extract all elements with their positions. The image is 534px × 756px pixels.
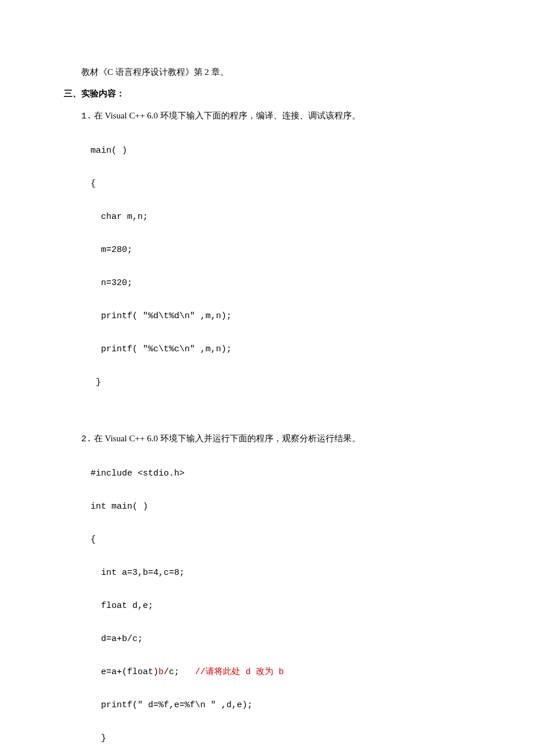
code-line: printf( "%d\t%d\n" ,m,n); [91, 308, 470, 325]
code-line: printf( "%c\t%c\n" ,m,n); [91, 341, 470, 358]
code-highlight: b [158, 667, 164, 677]
code-block-1: main( ) { char m,n; m=280; n=320; printf… [91, 127, 470, 424]
code-line: char m,n; [91, 209, 470, 226]
exercise-item-2: 2. 在 Visual C++ 6.0 环境下输入并运行下面的程序，观察分析运行… [81, 430, 470, 448]
section-heading: 三、实验内容： [64, 85, 470, 102]
code-comment: //请将此处 d 改为 b [195, 667, 284, 677]
code-line: #include <stdio.h> [91, 466, 470, 483]
code-line: } [91, 375, 470, 391]
code-line: printf(" d=%f,e=%f\n " ,d,e); [91, 697, 470, 714]
exercise-item-1: 1. 在 Visual C++ 6.0 环境下输入下面的程序，编译、连接、调试该… [81, 107, 470, 125]
code-line-with-highlight: e=a+(float)b/c; //请将此处 d 改为 b [91, 664, 470, 681]
code-line: main( ) [91, 143, 470, 160]
code-block-2: #include <stdio.h> int main( ) { int a=3… [91, 449, 470, 756]
document-page: 教材《C 语言程序设计教程》第 2 章。 三、实验内容： 1. 在 Visual… [0, 0, 534, 756]
code-line: m=280; [91, 242, 470, 259]
item-number: 2. [81, 434, 92, 444]
item-desc: 在 Visual C++ 6.0 环境下输入并运行下面的程序，观察分析运行结果。 [94, 434, 360, 443]
code-fragment: /c; [164, 667, 195, 677]
code-line: d=a+b/c; [91, 631, 470, 648]
code-fragment: e=a+(float) [91, 667, 158, 677]
code-line: { [91, 176, 470, 193]
code-line: { [91, 532, 470, 549]
code-line: } [91, 730, 470, 747]
code-line: float d,e; [91, 598, 470, 615]
code-line: int main( ) [91, 499, 470, 516]
item-number: 1. [81, 111, 92, 121]
code-line: int a=3,b=4,c=8; [91, 565, 470, 582]
item-desc: 在 Visual C++ 6.0 环境下输入下面的程序，编译、连接、调试该程序。 [94, 111, 360, 120]
code-line: n=320; [91, 275, 470, 292]
reference-text: 教材《C 语言程序设计教程》第 2 章。 [81, 64, 470, 81]
